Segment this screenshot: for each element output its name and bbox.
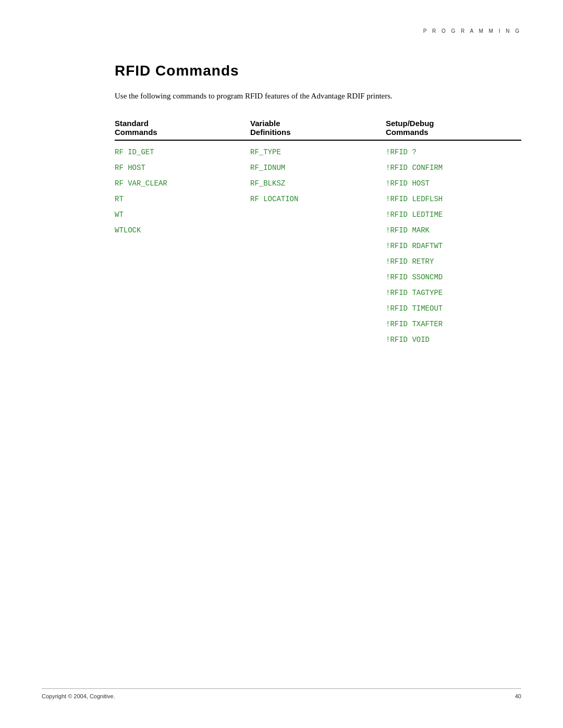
cmd-item-standard-3: RT — [115, 195, 250, 203]
page-title: RFID Commands — [115, 63, 521, 79]
column-header-standard: StandardCommands — [115, 119, 250, 141]
cmd-item-standard-4: WT — [115, 211, 250, 219]
column-items-variable: RF_TYPERF_IDNUMRF_BLKSZRF LOCATION — [250, 148, 386, 203]
cmd-item-setup-10: !RFID TIMEOUT — [386, 304, 521, 313]
column-header-line2-setup: Commands — [386, 128, 521, 141]
cmd-item-standard-2: RF VAR_CLEAR — [115, 179, 250, 188]
column-header-line2-standard: Commands — [115, 128, 250, 141]
cmd-item-setup-3: !RFID LEDFLSH — [386, 195, 521, 203]
footer-copyright: Copyright © 2004, Cognitive. — [42, 693, 115, 699]
page: P R O G R A M M I N G RFID Commands Use … — [0, 0, 563, 728]
cmd-item-setup-6: !RFID RDAFTWT — [386, 242, 521, 250]
cmd-item-setup-1: !RFID CONFIRM — [386, 164, 521, 172]
intro-text: Use the following commands to program RF… — [115, 90, 490, 103]
footer: Copyright © 2004, Cognitive. 40 — [42, 688, 521, 699]
cmd-item-setup-12: !RFID VOID — [386, 336, 521, 344]
cmd-item-standard-1: RF HOST — [115, 164, 250, 172]
cmd-item-setup-7: !RFID RETRY — [386, 257, 521, 266]
cmd-item-setup-2: !RFID HOST — [386, 179, 521, 188]
column-variable: VariableDefinitionsRF_TYPERF_IDNUMRF_BLK… — [250, 119, 386, 344]
commands-table: StandardCommandsRF ID_GETRF HOSTRF VAR_C… — [115, 119, 521, 344]
column-header-variable: VariableDefinitions — [250, 119, 386, 141]
column-items-standard: RF ID_GETRF HOSTRF VAR_CLEARRTWTWTLOCK — [115, 148, 250, 235]
cmd-item-variable-1: RF_IDNUM — [250, 164, 386, 172]
header-label: P R O G R A M M I N G — [423, 28, 521, 34]
cmd-item-setup-4: !RFID LEDTIME — [386, 211, 521, 219]
column-header-line1-setup: Setup/Debug — [386, 119, 521, 128]
cmd-item-setup-0: !RFID ? — [386, 148, 521, 156]
footer-page-number: 40 — [515, 693, 521, 699]
column-items-setup: !RFID ?!RFID CONFIRM!RFID HOST!RFID LEDF… — [386, 148, 521, 344]
column-setup: Setup/DebugCommands!RFID ?!RFID CONFIRM!… — [386, 119, 521, 344]
column-header-line1-standard: Standard — [115, 119, 250, 128]
column-header-line2-variable: Definitions — [250, 128, 386, 141]
cmd-item-setup-8: !RFID SSONCMD — [386, 273, 521, 281]
cmd-item-setup-5: !RFID MARK — [386, 226, 521, 235]
cmd-item-variable-2: RF_BLKSZ — [250, 179, 386, 188]
column-header-line1-variable: Variable — [250, 119, 386, 128]
column-header-setup: Setup/DebugCommands — [386, 119, 521, 141]
cmd-item-standard-5: WTLOCK — [115, 226, 250, 235]
cmd-item-variable-3: RF LOCATION — [250, 195, 386, 203]
cmd-item-standard-0: RF ID_GET — [115, 148, 250, 156]
column-standard: StandardCommandsRF ID_GETRF HOSTRF VAR_C… — [115, 119, 250, 344]
cmd-item-variable-0: RF_TYPE — [250, 148, 386, 156]
cmd-item-setup-9: !RFID TAGTYPE — [386, 289, 521, 297]
cmd-item-setup-11: !RFID TXAFTER — [386, 320, 521, 328]
